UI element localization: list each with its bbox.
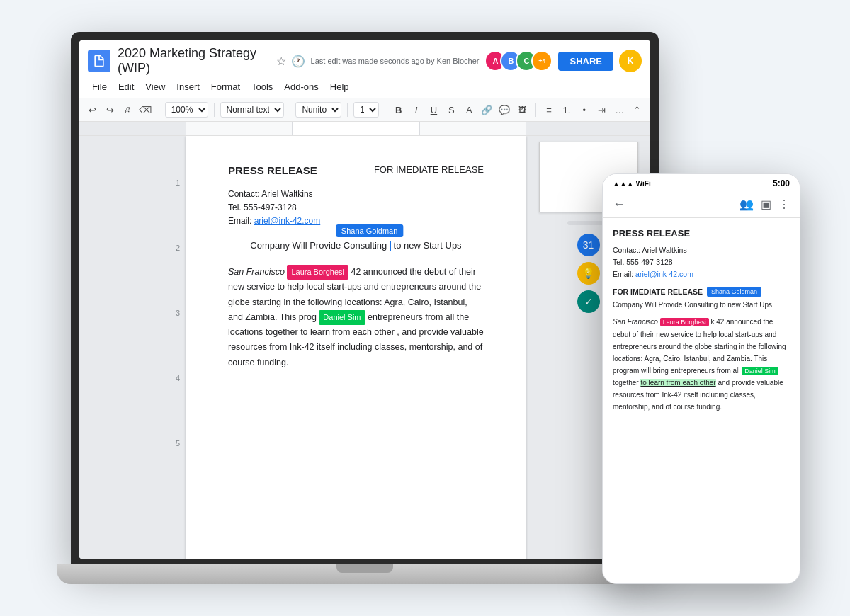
print-button[interactable]: 🖨 [120, 101, 135, 118]
menu-insert[interactable]: Insert [172, 80, 204, 93]
phone-learn-text: to learn from each other [640, 379, 715, 387]
doc-area: 1 2 3 4 5 PRESS RELEASE FOR IMEDIATE REL… [79, 136, 650, 559]
phone-body-part1: k 42 announced the debut of their new se… [613, 318, 786, 374]
phone-contact-3: Email: ariel@ink-42.com [613, 268, 790, 280]
doc-title[interactable]: 2020 Marketing Strategy (WIP) [118, 46, 274, 76]
page-number-1: 1 [176, 178, 180, 187]
expand-button[interactable]: ⌃ [630, 101, 645, 118]
menu-bar: File Edit View Insert Format Tools Add-o… [88, 79, 642, 98]
page-number-4: 4 [176, 374, 180, 382]
page-number-2: 2 [176, 244, 180, 252]
page-number-3: 3 [176, 309, 180, 317]
phone-email-link[interactable]: ariel@ink-42.com [635, 270, 693, 278]
bulb-icon[interactable]: 💡 [577, 262, 600, 285]
bullet-list-button[interactable]: • [577, 101, 591, 118]
italic-button[interactable]: I [409, 101, 424, 118]
calendar-icon[interactable]: 31 [577, 234, 600, 256]
phone-tagline: Company Will Provide Consulting to new S… [613, 301, 790, 309]
tablet-phone-icon[interactable]: ▣ [761, 198, 771, 211]
phone-laura-highlight: Laura Borghesi [660, 318, 709, 326]
menu-file[interactable]: File [88, 80, 111, 93]
phone-daniel-highlight: Daniel Sim [742, 367, 778, 375]
phone-body-together: together [613, 379, 640, 387]
city-text: San Francisco [228, 267, 285, 277]
image-button[interactable]: 🖼 [515, 101, 530, 118]
shana-goldman-tooltip: Shana Goldman [336, 224, 403, 237]
left-margin: 1 2 3 4 5 [79, 136, 186, 559]
email-link[interactable]: ariel@ink-42.com [254, 216, 321, 226]
star-icon[interactable]: ☆ [274, 54, 288, 68]
format-clear-button[interactable]: ⌫ [138, 101, 153, 118]
more-phone-icon[interactable]: ⋮ [778, 198, 790, 211]
title-bar: 2020 Marketing Strategy (WIP) ☆ 🕐 Last e… [88, 46, 642, 76]
phone-body-text: San Francisco Laura Borghesi k 42 announ… [613, 316, 790, 413]
menu-view[interactable]: View [141, 80, 169, 93]
phone-for-release-text: FOR IMEDIATE RELEASE [613, 287, 703, 296]
press-release-title: PRESS RELEASE [228, 164, 317, 176]
phone-contact-info: Contact: Ariel Waltkins Tel. 555-497-312… [613, 244, 790, 280]
contact-info: Contact: Ariel Waltkins Tel. 555-497-312… [228, 188, 484, 229]
font-select[interactable]: Nunito [295, 102, 341, 118]
laptop: 2020 Marketing Strategy (WIP) ☆ 🕐 Last e… [57, 32, 673, 584]
doc-page[interactable]: PRESS RELEASE FOR IMEDIATE RELEASE Conta… [186, 136, 526, 559]
menu-tools[interactable]: Tools [247, 80, 277, 93]
divider-4 [347, 103, 348, 117]
menu-format[interactable]: Format [207, 80, 244, 93]
laptop-body [57, 564, 673, 584]
highlight-button[interactable]: A [462, 101, 477, 118]
underline-button[interactable]: U [426, 101, 441, 118]
avatar-4: +4 [531, 50, 552, 72]
phone-content: PRESS RELEASE Contact: Ariel Waltkins Te… [603, 218, 800, 571]
ruler [79, 122, 650, 136]
comment-button[interactable]: 💬 [497, 101, 512, 118]
user-avatar: K [619, 50, 642, 72]
phone-contact-1: Contact: Ariel Waltkins [613, 244, 790, 256]
divider-2 [214, 103, 215, 117]
size-select[interactable]: 14 [353, 102, 379, 118]
divider-1 [159, 103, 159, 117]
bold-button[interactable]: B [391, 101, 406, 118]
numbered-list-button[interactable]: 1. [559, 101, 574, 118]
gdocs-logo-icon [88, 50, 110, 72]
phone-time: 5:00 [773, 178, 790, 188]
laura-borghesi-highlight: Laura Borghesi [287, 265, 348, 280]
last-edit-label: Last edit was made seconds ago by Ken Bl… [311, 57, 480, 65]
tagline-text-2: to new Start Ups [394, 240, 462, 251]
undo-button[interactable]: ↩ [85, 101, 100, 118]
check-icon[interactable]: ✓ [577, 290, 600, 313]
people-phone-icon[interactable]: 👥 [740, 198, 754, 211]
collaborator-avatars: A B C +4 [484, 50, 552, 72]
divider-6 [536, 103, 536, 117]
laptop-screen-frame: 2020 Marketing Strategy (WIP) ☆ 🕐 Last e… [71, 32, 659, 564]
style-select[interactable]: Normal text [220, 102, 284, 118]
learn-from-each-other-text: learn from each other [310, 327, 395, 337]
phone-toolbar-icons: 👥 ▣ ⋮ [740, 198, 790, 211]
share-button[interactable]: SHARE [558, 52, 613, 71]
zoom-select[interactable]: 100% [165, 102, 208, 118]
signal-indicator: ▲▲▲ WiFi [613, 180, 651, 188]
phone-press-title: PRESS RELEASE [613, 228, 790, 239]
back-button[interactable]: ← [613, 197, 625, 212]
menu-help[interactable]: Help [326, 80, 353, 93]
menu-addons[interactable]: Add-ons [280, 80, 322, 93]
tagline-text: Company Will Provide Consulting [250, 240, 390, 251]
indent-button[interactable]: ⇥ [594, 101, 609, 118]
laptop-screen: 2020 Marketing Strategy (WIP) ☆ 🕐 Last e… [79, 40, 650, 559]
history-icon[interactable]: 🕐 [291, 54, 305, 68]
redo-button[interactable]: ↪ [103, 101, 118, 118]
strikethrough-button[interactable]: S [444, 101, 459, 118]
company-tagline: Shana Goldman Company Will Provide Consu… [228, 240, 484, 251]
body-text: San Francisco Laura Borghesi 42 announce… [228, 265, 484, 370]
menu-edit[interactable]: Edit [114, 80, 138, 93]
phone-status-bar: ▲▲▲ WiFi 5:00 [603, 174, 800, 191]
more-button[interactable]: … [612, 101, 627, 118]
ruler-track [292, 122, 420, 135]
align-button[interactable]: ≡ [542, 101, 557, 118]
divider-3 [290, 103, 290, 117]
daniel-sim-highlight: Daniel Sim [319, 310, 365, 325]
page-numbers: 1 2 3 4 5 [79, 136, 186, 447]
link-button[interactable]: 🔗 [480, 101, 494, 118]
cursor-shana [390, 241, 391, 251]
page-number-5: 5 [176, 439, 180, 447]
phone-shana-badge: Shana Goldman [707, 287, 761, 297]
